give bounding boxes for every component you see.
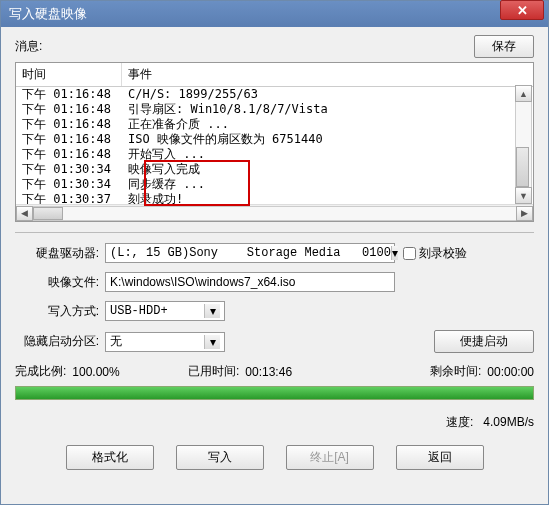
log-time: 下午 01:30:37 — [16, 192, 122, 204]
format-button[interactable]: 格式化 — [66, 445, 154, 470]
chevron-down-icon[interactable]: ▾ — [391, 246, 398, 260]
log-event: 引导扇区: Win10/8.1/8/7/Vista — [122, 102, 533, 117]
mode-label: 写入方式: — [15, 303, 105, 320]
chevron-down-icon[interactable]: ▾ — [204, 304, 220, 318]
scroll-h-track[interactable] — [33, 206, 516, 221]
drive-label: 硬盘驱动器: — [15, 245, 105, 262]
save-button[interactable]: 保存 — [474, 35, 534, 58]
col-event-header: 事件 — [122, 63, 533, 86]
log-event: C/H/S: 1899/255/63 — [122, 87, 533, 102]
image-label: 映像文件: — [15, 274, 105, 291]
mode-value: USB-HDD+ — [110, 304, 204, 318]
log-event: ISO 映像文件的扇区数为 6751440 — [122, 132, 533, 147]
log-event: 映像写入完成 — [122, 162, 533, 177]
dialog-window: 写入硬盘映像 ✕ 消息: 保存 时间 事件 下午 01:16:48C/H/S: … — [0, 0, 549, 505]
verify-checkbox-input[interactable] — [403, 247, 416, 260]
remain-label: 剩余时间: — [430, 363, 481, 380]
separator — [15, 232, 534, 233]
verify-label: 刻录校验 — [419, 245, 467, 262]
hidden-part-combo[interactable]: 无 ▾ — [105, 332, 225, 352]
write-button[interactable]: 写入 — [176, 445, 264, 470]
scroll-h-thumb[interactable] — [33, 207, 63, 220]
log-row[interactable]: 下午 01:16:48引导扇区: Win10/8.1/8/7/Vista — [16, 102, 533, 117]
scroll-up-icon[interactable]: ▲ — [515, 85, 532, 102]
log-time: 下午 01:16:48 — [16, 87, 122, 102]
log-time: 下午 01:30:34 — [16, 162, 122, 177]
chevron-down-icon[interactable]: ▾ — [204, 335, 220, 349]
log-row[interactable]: 下午 01:30:34映像写入完成 — [16, 162, 533, 177]
scroll-left-icon[interactable]: ◀ — [16, 206, 33, 221]
log-header: 时间 事件 — [16, 63, 533, 87]
write-mode-combo[interactable]: USB-HDD+ ▾ — [105, 301, 225, 321]
back-button[interactable]: 返回 — [396, 445, 484, 470]
close-icon: ✕ — [517, 3, 528, 18]
speed-label: 速度: — [446, 415, 473, 429]
col-time-header: 时间 — [16, 63, 122, 86]
percent-label: 完成比例: — [15, 363, 66, 380]
log-row[interactable]: 下午 01:16:48C/H/S: 1899/255/63 — [16, 87, 533, 102]
drive-combo[interactable]: (L:, 15 GB)Sony Storage Media 0100 ▾ — [105, 243, 395, 263]
window-title: 写入硬盘映像 — [7, 5, 542, 23]
log-row[interactable]: 下午 01:30:34同步缓存 ... — [16, 177, 533, 192]
scroll-right-icon[interactable]: ▶ — [516, 206, 533, 221]
drive-value: (L:, 15 GB)Sony Storage Media 0100 — [110, 246, 391, 260]
log-time: 下午 01:16:48 — [16, 117, 122, 132]
elapsed-value: 00:13:46 — [245, 365, 292, 379]
close-button[interactable]: ✕ — [500, 0, 544, 20]
log-list: 时间 事件 下午 01:16:48C/H/S: 1899/255/63下午 01… — [15, 62, 534, 222]
log-time: 下午 01:16:48 — [16, 132, 122, 147]
scroll-v-thumb[interactable] — [516, 147, 529, 187]
log-row[interactable]: 下午 01:16:48正在准备介质 ... — [16, 117, 533, 132]
progress-fill — [16, 387, 533, 399]
hidden-part-label: 隐藏启动分区: — [15, 333, 105, 350]
message-label: 消息: — [15, 38, 474, 55]
log-row[interactable]: 下午 01:16:48开始写入 ... — [16, 147, 533, 162]
log-event: 开始写入 ... — [122, 147, 533, 162]
scroll-v-track[interactable] — [515, 102, 532, 187]
scrollbar-vertical[interactable]: ▲ ▼ — [515, 85, 532, 204]
log-event: 同步缓存 ... — [122, 177, 533, 192]
titlebar: 写入硬盘映像 — [1, 1, 548, 27]
scrollbar-horizontal[interactable]: ◀ ▶ — [16, 204, 533, 221]
hidden-value: 无 — [110, 333, 204, 350]
log-time: 下午 01:16:48 — [16, 147, 122, 162]
elapsed-label: 已用时间: — [188, 363, 239, 380]
speed-value: 4.09MB/s — [483, 415, 534, 429]
log-time: 下午 01:16:48 — [16, 102, 122, 117]
log-event: 正在准备介质 ... — [122, 117, 533, 132]
image-file-input[interactable] — [105, 272, 395, 292]
log-row[interactable]: 下午 01:16:48ISO 映像文件的扇区数为 6751440 — [16, 132, 533, 147]
remain-value: 00:00:00 — [487, 365, 534, 379]
log-time: 下午 01:30:34 — [16, 177, 122, 192]
portable-boot-button[interactable]: 便捷启动 — [434, 330, 534, 353]
scroll-down-icon[interactable]: ▼ — [515, 187, 532, 204]
log-event: 刻录成功! — [122, 192, 533, 204]
verify-checkbox[interactable]: 刻录校验 — [403, 245, 467, 262]
percent-value: 100.00% — [72, 365, 119, 379]
log-body: 下午 01:16:48C/H/S: 1899/255/63下午 01:16:48… — [16, 87, 533, 204]
abort-button: 终止[A] — [286, 445, 374, 470]
log-row[interactable]: 下午 01:30:37刻录成功! — [16, 192, 533, 204]
progress-bar — [15, 386, 534, 400]
